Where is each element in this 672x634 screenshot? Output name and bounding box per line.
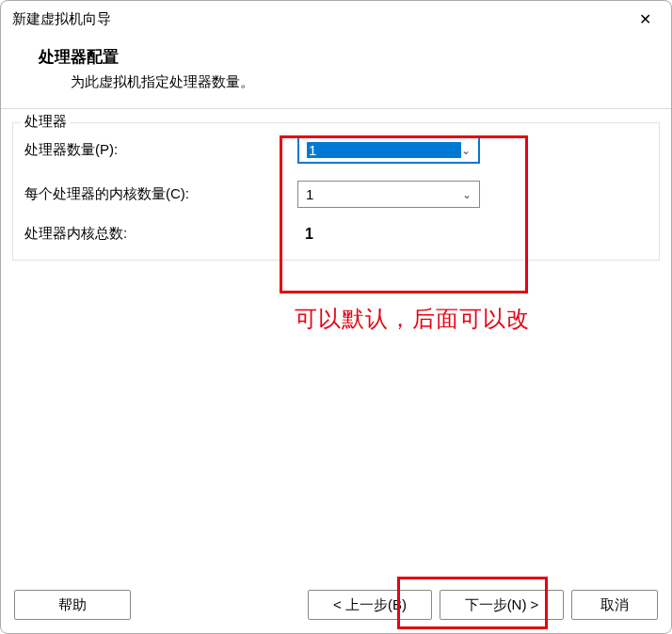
processor-count-row: 处理器数量(P): 1 ⌄ (24, 136, 648, 164)
window-title: 新建虚拟机向导 (12, 10, 111, 28)
content-area: 处理器 处理器数量(P): 1 ⌄ 每个处理器的内核数量(C): 1 ⌄ 处理器… (1, 109, 671, 579)
chevron-down-icon: ⌄ (462, 188, 472, 201)
wizard-window: 新建虚拟机向导 ✕ 处理器配置 为此虚拟机指定处理器数量。 处理器 处理器数量(… (0, 0, 672, 634)
processor-count-label: 处理器数量(P): (24, 141, 297, 159)
cancel-button[interactable]: 取消 (571, 590, 658, 620)
processor-groupbox: 处理器 处理器数量(P): 1 ⌄ 每个处理器的内核数量(C): 1 ⌄ 处理器… (12, 122, 660, 261)
total-cores-value: 1 (297, 226, 313, 243)
titlebar: 新建虚拟机向导 ✕ (1, 1, 671, 37)
close-icon: ✕ (639, 10, 651, 28)
wizard-footer: 帮助 < 上一步(B) 下一步(N) > 取消 (1, 579, 671, 633)
close-button[interactable]: ✕ (630, 4, 660, 34)
total-cores-label: 处理器内核总数: (24, 225, 297, 243)
wizard-header: 处理器配置 为此虚拟机指定处理器数量。 (1, 37, 671, 108)
cores-per-processor-value: 1 (306, 186, 462, 202)
total-cores-row: 处理器内核总数: 1 (24, 225, 648, 243)
cores-per-processor-dropdown[interactable]: 1 ⌄ (297, 181, 480, 208)
header-title: 处理器配置 (39, 46, 645, 68)
annotation-text: 可以默认，后面可以改 (295, 304, 530, 334)
cores-per-processor-row: 每个处理器的内核数量(C): 1 ⌄ (24, 181, 648, 208)
cores-per-processor-label: 每个处理器的内核数量(C): (24, 185, 297, 203)
groupbox-legend: 处理器 (21, 113, 71, 131)
processor-count-dropdown[interactable]: 1 ⌄ (297, 136, 480, 164)
header-subtitle: 为此虚拟机指定处理器数量。 (39, 73, 645, 91)
back-button[interactable]: < 上一步(B) (308, 590, 432, 620)
help-button[interactable]: 帮助 (14, 590, 131, 620)
next-button[interactable]: 下一步(N) > (440, 590, 564, 620)
processor-count-value: 1 (307, 142, 461, 158)
chevron-down-icon: ⌄ (461, 144, 471, 157)
